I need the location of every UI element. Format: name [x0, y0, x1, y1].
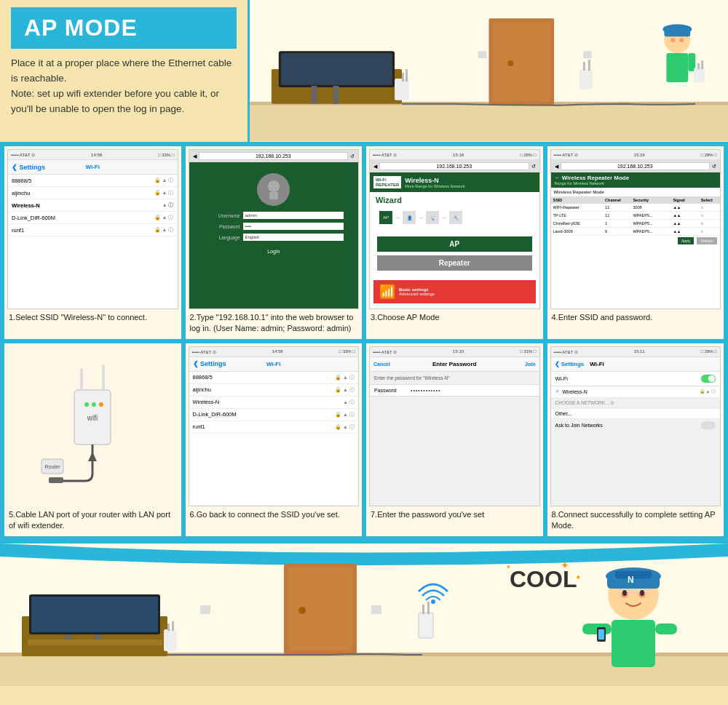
- step-4-card: ••••• AT&T ⊙ 15:19 □ 28% □ ◀ 192.168.10.…: [547, 146, 724, 339]
- step-3-label: 3.Choose AP Mode: [369, 309, 540, 324]
- step2-login-btn[interactable]: Login: [258, 247, 288, 256]
- step7-pw-field: Password ••••••••••••: [370, 384, 539, 397]
- step-3-screenshot: ••••• AT&T ⊙ 15:18 □ 28% □ ◀ 192.168.10.…: [369, 149, 540, 309]
- svg-rect-53: [164, 629, 177, 651]
- step3-ap-header: Wi-FiREPEATER Wireless-N More Range for …: [370, 172, 539, 192]
- step3-mode-buttons: AP Repeater: [370, 231, 539, 276]
- svg-rect-78: [612, 620, 655, 667]
- step2-address-bar: ◀ 192.168.10.253 ↺: [189, 150, 359, 162]
- svg-rect-54: [167, 624, 170, 631]
- step4-status-bar: ••••• AT&T ⊙ 15:19 □ 28% □: [551, 150, 721, 160]
- step-2-screenshot: ◀ 192.168.10.253 ↺: [189, 149, 360, 309]
- steps-row-1: ••••• AT&T ⊙ 14:58 □ 33% □ ❮ Settings Wi…: [4, 146, 724, 339]
- svg-point-20: [670, 38, 675, 42]
- step4-ssid-header: ← Wireless Repeater Mode Range for Wirel…: [551, 172, 721, 188]
- step-2-card: ◀ 192.168.10.253 ↺: [186, 146, 363, 339]
- ssid-row-1[interactable]: WIFI-Repeater 11 3008 ▲▲ ○: [551, 204, 721, 212]
- middle-section: ••••• AT&T ⊙ 14:58 □ 33% □ ❮ Settings Wi…: [0, 142, 728, 541]
- wifi-item-2[interactable]: aijinchu 🔒 ▲ ⓘ: [8, 187, 178, 199]
- step-2-label: 2.Type "192.168.10.1" into the web brows…: [189, 309, 360, 336]
- step3-address-bar: ◀ 192.168.10.253 ↺: [370, 160, 539, 172]
- step6-nav-title: Wi-Fi: [266, 361, 280, 367]
- step7-cancel-btn[interactable]: Cancel: [373, 362, 390, 367]
- step-8-label: 8.Connect successfully to complete setti…: [550, 506, 721, 533]
- step3-bottom-red: 📶 Basic settings Advanced settings: [373, 280, 536, 303]
- svg-rect-82: [598, 629, 604, 640]
- step-5-screenshot: wifi Router: [7, 346, 178, 506]
- step1-nav-bar: ❮ Settings Wi-Fi: [8, 160, 178, 175]
- step1-wifi-list: 88868/5 🔒 ▲ ⓘ aijinchu 🔒 ▲ ⓘ Wireless-N …: [8, 175, 178, 236]
- step-5-label: 5.Cable LAN port of your router with LAN…: [7, 506, 178, 533]
- step6-back-btn[interactable]: ❮ Settings: [193, 360, 226, 367]
- step8-ask-join-toggle[interactable]: [701, 421, 716, 429]
- svg-point-30: [268, 180, 280, 192]
- svg-text:Router: Router: [45, 464, 61, 469]
- svg-rect-19: [664, 28, 690, 36]
- step7-join-btn[interactable]: Join: [525, 362, 535, 367]
- svg-rect-24: [694, 68, 705, 82]
- step6-wifi-item-1[interactable]: 88868/5 🔒 ▲ ⓘ: [189, 372, 359, 384]
- step1-nav-title: Wi-Fi: [86, 164, 100, 170]
- wifi-item-3[interactable]: Wireless-N ▲ ⓘ: [8, 199, 178, 212]
- svg-rect-26: [701, 60, 703, 69]
- step-1-card: ••••• AT&T ⊙ 14:58 □ 33% □ ❮ Settings Wi…: [4, 146, 181, 339]
- step2-address-input[interactable]: 192.168.10.253: [199, 152, 349, 160]
- svg-text:✦: ✦: [575, 573, 581, 581]
- ssid-row-4[interactable]: Lavid-3008 9 WPAEP5... ▲▲ ○: [551, 228, 721, 236]
- step4-refresh-btn[interactable]: Refresh: [697, 237, 717, 244]
- step4-address-bar: ◀ 192.168.10.253 ↺: [551, 160, 721, 172]
- wifi-item-1[interactable]: 88868/5 🔒 ▲ ⓘ: [8, 175, 178, 187]
- svg-rect-61: [419, 613, 433, 638]
- svg-point-14: [507, 60, 513, 66]
- step6-wifi-item-4[interactable]: D-Link_DIR-600M 🔒 ▲ ⓘ: [189, 409, 359, 421]
- wifi-item-5[interactable]: runf1 🔒 ▲ ⓘ: [8, 224, 178, 236]
- step3-status-bar: ••••• AT&T ⊙ 15:18 □ 28% □: [370, 150, 539, 160]
- step3-wizard-steps: AP → 👤 → 📡 → 🔧: [376, 208, 534, 227]
- steps-row-2: wifi Router: [4, 343, 724, 536]
- step6-wifi-item-2[interactable]: aijinchu 🔒 ▲ ⓘ: [189, 384, 359, 397]
- svg-point-59: [298, 607, 306, 614]
- step4-action-buttons: Apply Refresh: [551, 236, 721, 246]
- step1-status-bar: ••••• AT&T ⊙ 14:58 □ 33% □: [8, 150, 178, 160]
- svg-rect-11: [405, 69, 408, 81]
- step1-back-btn[interactable]: ❮ Settings: [12, 164, 45, 171]
- step8-connected-ssid: ✓ Wireless-N 🔒 ▲ ⓘ: [551, 386, 721, 398]
- svg-rect-33: [80, 368, 83, 391]
- step7-pw-value[interactable]: ••••••••••••: [411, 388, 440, 393]
- svg-rect-40: [49, 477, 63, 483]
- svg-rect-63: [427, 602, 430, 614]
- ssid-row-3[interactable]: ChinaNet-y63E 1 WPAEP5... ▲▲ ○: [551, 220, 721, 228]
- step8-back-btn[interactable]: ❮ Settings: [555, 361, 585, 367]
- svg-rect-6: [282, 54, 392, 84]
- step-3-card: ••••• AT&T ⊙ 15:18 □ 28% □ ◀ 192.168.10.…: [366, 146, 543, 339]
- step8-other-networks[interactable]: Other...: [551, 408, 721, 419]
- step3-ap-btn[interactable]: AP: [377, 236, 532, 252]
- svg-rect-27: [579, 69, 593, 89]
- svg-rect-7: [312, 86, 317, 104]
- step3-repeater-btn[interactable]: Repeater: [377, 255, 532, 271]
- step3-address-input[interactable]: 192.168.10.253: [379, 162, 529, 170]
- svg-rect-51: [28, 640, 162, 645]
- svg-rect-25: [697, 63, 700, 69]
- step-6-card: ••••• AT&T ⊙ 14:58 □ 33% □ ❮ Settings Wi…: [186, 343, 363, 536]
- wifi-item-4[interactable]: D-Link_DIR-600M 🔒 ▲ ⓘ: [8, 212, 178, 224]
- step4-address-input[interactable]: 192.168.10.253: [561, 162, 711, 170]
- step6-wifi-item-3[interactable]: Wireless-N ▲ ⓘ: [189, 397, 359, 409]
- svg-point-38: [99, 402, 103, 407]
- step-6-label: 6.Go back to connect the SSID you've set…: [189, 506, 360, 522]
- step8-wifi-toggle-switch[interactable]: [701, 375, 716, 383]
- svg-point-21: [679, 38, 684, 42]
- svg-text:✦: ✦: [506, 564, 511, 570]
- svg-rect-28: [583, 62, 585, 71]
- step-8-screenshot: ••••• AT&T ⊙ 15:11 □ 29% □ ❮ Settings Wi…: [550, 346, 721, 506]
- svg-rect-9: [395, 79, 409, 100]
- step-4-label: 4.Enter SSID and password.: [550, 309, 721, 324]
- svg-point-36: [84, 402, 89, 407]
- ap-mode-banner: AP MODE: [11, 7, 237, 49]
- ssid-row-2[interactable]: TP-LTE 11 WPAEP5... ▲▲ ○: [551, 212, 721, 220]
- svg-text:N: N: [628, 575, 634, 585]
- step6-wifi-item-5[interactable]: runf1 🔒 ▲ ⓘ: [189, 421, 359, 434]
- step-7-card: ••••• AT&T ⊙ 15:10 □ 31% □ Cancel Enter …: [366, 343, 543, 536]
- step4-apply-btn[interactable]: Apply: [678, 237, 695, 244]
- svg-rect-31: [269, 192, 278, 199]
